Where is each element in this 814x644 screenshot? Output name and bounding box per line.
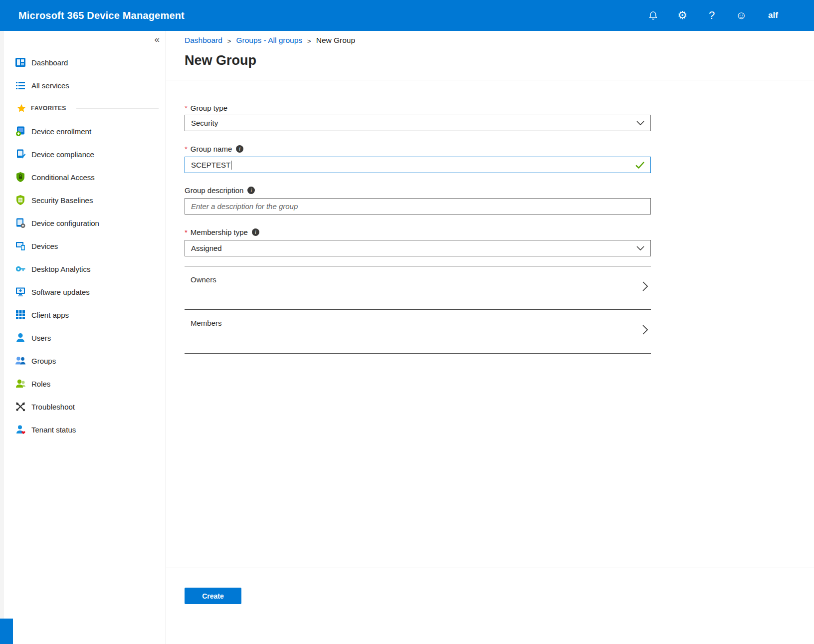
roles-icon — [15, 378, 26, 389]
favorites-star-icon — [17, 104, 26, 113]
required-marker: * — [185, 145, 188, 153]
top-bar: Microsoft 365 Device Management ⚙ ? ☺ al… — [0, 0, 814, 31]
account-button[interactable]: alf — [768, 10, 778, 20]
create-button[interactable]: Create — [185, 588, 241, 604]
chevron-right-icon — [642, 281, 648, 293]
owners-label: Owners — [191, 275, 216, 284]
sidebar-item-label: Groups — [31, 357, 56, 365]
help-icon[interactable]: ? — [705, 9, 718, 22]
groups-icon — [15, 355, 26, 366]
sidebar-item-devices[interactable]: Devices — [4, 234, 166, 257]
favorites-header-label: FAVORITES — [31, 105, 66, 112]
breadcrumb-groups-all-groups[interactable]: Groups - All groups — [236, 36, 302, 45]
chevron-right-icon — [642, 325, 648, 336]
group-type-select[interactable]: Security — [185, 115, 651, 131]
bottom-left-accent — [0, 619, 13, 644]
sidebar-item-label: Software updates — [31, 288, 90, 296]
required-marker: * — [185, 228, 188, 236]
membership-type-label-text: Membership type — [191, 228, 248, 236]
breadcrumb-separator-icon: > — [307, 37, 311, 45]
owners-row[interactable]: Owners — [185, 266, 651, 309]
sidebar-item-device-configuration[interactable]: Device configuration — [4, 212, 166, 234]
sidebar-item-tenant-status[interactable]: Tenant status — [4, 418, 166, 441]
group-description-input[interactable] — [185, 198, 651, 215]
sidebar-item-conditional-access[interactable]: Conditional Access — [4, 166, 166, 189]
group-description-label-text: Group description — [185, 186, 243, 195]
tenant-status-icon — [15, 424, 26, 435]
sidebar-item-roles[interactable]: Roles — [4, 372, 166, 395]
sidebar-item-device-enrollment[interactable]: Device enrollment — [4, 120, 166, 143]
device-configuration-icon — [15, 217, 26, 228]
gear-icon[interactable]: ⚙ — [676, 9, 689, 22]
sidebar-item-label: Devices — [31, 242, 58, 250]
main-content: Dashboard > Groups - All groups > New Gr… — [166, 31, 814, 644]
sidebar-item-label: Device configuration — [31, 219, 99, 227]
sidebar-item-all-services[interactable]: All services — [4, 74, 166, 97]
sidebar-item-client-apps[interactable]: Client apps — [4, 303, 166, 326]
group-name-input[interactable]: SCEPTEST — [185, 157, 651, 173]
membership-type-select[interactable]: Assigned — [185, 240, 651, 256]
left-gutter — [0, 31, 4, 644]
sidebar-nav: Dashboard All services FAVORITES De — [4, 51, 166, 441]
membership-type-label: * Membership type i — [185, 228, 259, 236]
info-icon[interactable]: i — [236, 145, 243, 153]
troubleshoot-icon — [15, 401, 26, 412]
sidebar-item-label: Security Baselines — [31, 196, 93, 205]
device-compliance-icon — [15, 149, 26, 160]
required-marker: * — [185, 104, 188, 112]
favorites-header: FAVORITES — [4, 97, 166, 120]
sidebar-item-desktop-analytics[interactable]: Desktop Analytics — [4, 257, 166, 280]
group-name-label-text: Group name — [191, 145, 232, 153]
all-services-icon — [15, 80, 26, 91]
members-row[interactable]: Members — [185, 309, 651, 353]
breadcrumb: Dashboard > Groups - All groups > New Gr… — [185, 36, 355, 45]
chevron-down-icon — [636, 246, 644, 251]
footer-divider — [166, 568, 814, 568]
title-divider — [166, 80, 814, 80]
group-type-value: Security — [191, 119, 218, 127]
page-title: New Group — [185, 53, 256, 68]
breadcrumb-dashboard[interactable]: Dashboard — [185, 36, 222, 45]
valid-check-icon — [635, 162, 644, 169]
sidebar-item-troubleshoot[interactable]: Troubleshoot — [4, 395, 166, 418]
group-description-label: Group description i — [185, 186, 255, 195]
favorites-divider — [76, 108, 159, 109]
sidebar-item-label: Conditional Access — [31, 173, 95, 182]
breadcrumb-current: New Group — [316, 36, 355, 45]
group-type-label-text: Group type — [191, 104, 227, 112]
device-enrollment-icon — [15, 126, 26, 137]
sidebar-item-label: All services — [31, 81, 69, 90]
sidebar-item-label: Troubleshoot — [31, 403, 75, 411]
group-name-value: SCEPTEST — [191, 161, 230, 169]
users-icon — [15, 332, 26, 343]
sidebar-item-users[interactable]: Users — [4, 326, 166, 349]
sidebar-item-software-updates[interactable]: Software updates — [4, 280, 166, 303]
app-window: Microsoft 365 Device Management ⚙ ? ☺ al… — [0, 0, 814, 644]
info-icon[interactable]: i — [252, 228, 259, 236]
conditional-access-icon — [15, 172, 26, 183]
sidebar-item-label: Tenant status — [31, 426, 76, 434]
sidebar: « Dashboard All services FAVORITES — [4, 31, 166, 644]
sidebar-item-security-baselines[interactable]: Security Baselines — [4, 189, 166, 212]
text-caret — [231, 161, 231, 170]
software-updates-icon — [15, 286, 26, 297]
bell-icon[interactable] — [646, 9, 659, 22]
info-icon[interactable]: i — [247, 187, 255, 194]
sidebar-item-label: Dashboard — [31, 58, 68, 67]
app-title: Microsoft 365 Device Management — [18, 10, 185, 21]
chevron-down-icon — [636, 121, 644, 126]
selection-rows: Owners Members — [185, 266, 651, 354]
dashboard-icon — [15, 57, 26, 68]
security-baselines-icon — [15, 195, 26, 206]
sidebar-item-label: Device enrollment — [31, 127, 91, 136]
sidebar-item-dashboard[interactable]: Dashboard — [4, 51, 166, 74]
sidebar-item-label: Device compliance — [31, 150, 94, 159]
breadcrumb-separator-icon: > — [227, 37, 231, 45]
sidebar-collapse-button[interactable]: « — [154, 34, 160, 45]
sidebar-item-groups[interactable]: Groups — [4, 349, 166, 372]
desktop-analytics-icon — [15, 263, 26, 274]
sidebar-item-device-compliance[interactable]: Device compliance — [4, 143, 166, 166]
smiley-icon[interactable]: ☺ — [735, 9, 748, 22]
devices-icon — [15, 240, 26, 251]
sidebar-item-label: Client apps — [31, 311, 69, 319]
